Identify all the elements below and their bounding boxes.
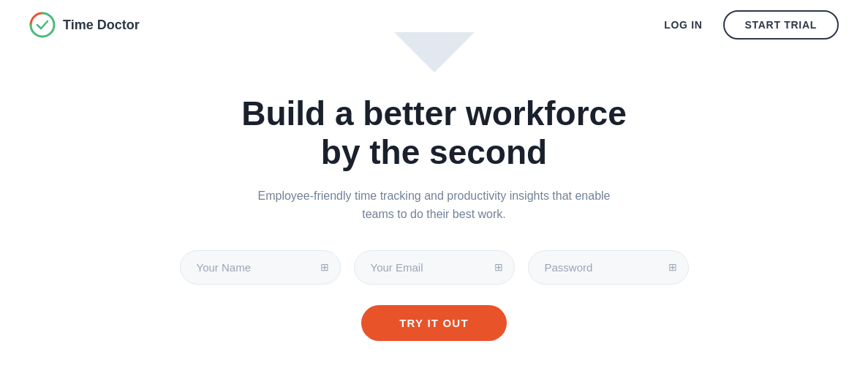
hero-headline: Build a better workforce by the second xyxy=(241,94,627,172)
hero-subtext: Employee-friendly time tracking and prod… xyxy=(244,187,624,224)
headline-line2: by the second xyxy=(321,133,547,171)
logo-area: Time Doctor xyxy=(29,12,140,38)
logo-icon xyxy=(29,12,56,38)
cta-button[interactable]: TRY IT OUT xyxy=(361,305,507,341)
nav-right: LOG IN START TRIAL xyxy=(664,10,839,40)
headline-line1: Build a better workforce xyxy=(241,94,627,132)
name-input-icon: ⊞ xyxy=(320,261,329,273)
email-input-icon: ⊞ xyxy=(494,261,503,273)
signup-form: ⊞ ⊞ ⊞ xyxy=(180,250,689,285)
password-field-wrapper: ⊞ xyxy=(528,250,689,285)
email-field-wrapper: ⊞ xyxy=(354,250,515,285)
password-input[interactable] xyxy=(528,250,689,285)
start-trial-button[interactable]: START TRIAL xyxy=(723,10,839,40)
password-input-icon: ⊞ xyxy=(668,261,677,273)
name-field-wrapper: ⊞ xyxy=(180,250,341,285)
navbar: Time Doctor LOG IN START TRIAL xyxy=(0,0,868,50)
email-input[interactable] xyxy=(354,250,515,285)
login-link[interactable]: LOG IN xyxy=(664,19,702,31)
hero-section: Build a better workforce by the second E… xyxy=(0,72,868,370)
logo-text: Time Doctor xyxy=(63,18,140,33)
name-input[interactable] xyxy=(180,250,341,285)
